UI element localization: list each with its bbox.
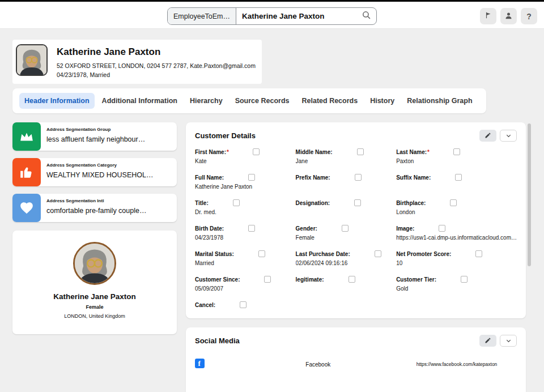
field-label: Suffix Name: <box>396 174 431 181</box>
global-search: EmployeeToEm… Katherine Jane Paxton <box>167 7 377 25</box>
field-value: https://usw1-cai.dmp-us.informaticacloud… <box>396 235 517 241</box>
legitimate-checkbox[interactable] <box>475 250 482 257</box>
field-label: Title: <box>195 200 209 206</box>
flag-button[interactable] <box>480 8 496 24</box>
edit-button[interactable] <box>479 335 496 347</box>
field-value: Jane <box>296 158 386 165</box>
required-asterisk: * <box>427 149 430 155</box>
help-button[interactable]: ? <box>521 8 537 24</box>
facebook-icon <box>195 359 205 368</box>
legitimate-checkbox[interactable] <box>240 301 246 308</box>
chevron-down-icon <box>505 131 512 141</box>
user-icon <box>504 11 513 22</box>
customer-details-card: Customer Details First Name:* Kate Middl… <box>186 122 526 318</box>
social-media-card: Social Media Facebook https://www.facebo… <box>186 327 526 392</box>
collapse-button[interactable] <box>500 130 517 142</box>
social-rows: Facebook https://www.facebook.com/katepa… <box>186 352 526 372</box>
tab-relationship-graph[interactable]: Relationship Graph <box>402 93 477 109</box>
tab-bar: Header InformationAdditional Information… <box>12 88 486 113</box>
legitimate-checkbox[interactable] <box>342 225 348 232</box>
field-label: Image: <box>396 225 414 232</box>
segment-value: comfortable pre-family couple… <box>46 207 173 215</box>
field-image: Image: https://usw1-cai.dmp-us.informati… <box>396 225 517 241</box>
user-button[interactable] <box>500 8 517 24</box>
field-value: Kate <box>195 158 286 165</box>
edit-button[interactable] <box>479 130 496 142</box>
legitimate-checkbox[interactable] <box>248 174 255 181</box>
tab-hierarchy[interactable]: Hierarchy <box>185 93 228 109</box>
field-value <box>296 209 386 216</box>
legitimate-checkbox[interactable] <box>248 225 255 232</box>
legitimate-checkbox[interactable] <box>375 250 381 257</box>
field-label: Net Promoter Score: <box>396 251 451 257</box>
field-label: Customer Since: <box>195 276 240 283</box>
help-icon: ? <box>526 12 532 21</box>
social-network-name: Facebook <box>305 361 406 368</box>
field-label: Birthplace: <box>396 200 426 206</box>
customer-info-line: 04/23/1978, Married <box>57 71 110 78</box>
tab-header-information[interactable]: Header Information <box>19 93 95 109</box>
field-designation: Designation: <box>296 199 386 216</box>
field-label: legitimate: <box>296 276 324 283</box>
field-value: Female <box>296 235 386 241</box>
legitimate-checkbox[interactable] <box>355 174 362 181</box>
field-value: 04/23/1978 <box>195 235 286 241</box>
tab-history[interactable]: History <box>365 93 400 109</box>
search-scope-label: EmployeeToEm… <box>173 12 230 20</box>
segment-title: Address Segmentation Group <box>46 127 173 132</box>
field-value: Katherine Jane Paxton <box>195 184 286 190</box>
search-button[interactable] <box>356 8 376 24</box>
legitimate-checkbox[interactable] <box>439 225 445 232</box>
pencil-icon <box>484 131 491 141</box>
flag-icon <box>484 11 492 21</box>
field-label: Prefix Name: <box>296 174 330 181</box>
search-input[interactable]: Katherine Jane Paxton <box>236 8 356 24</box>
legitimate-checkbox[interactable] <box>455 174 462 181</box>
field-net-promoter-score: Net Promoter Score: 10 <box>396 250 517 267</box>
topbar: EmployeeToEm… Katherine Jane Paxton ? <box>0 0 544 29</box>
legitimate-checkbox[interactable] <box>264 276 271 283</box>
field-value: 10 <box>396 260 517 267</box>
field-last-purchase-date: Last Purchase Date: 02/06/2024 09:16:16 <box>296 250 386 267</box>
customer-contact-line: 52 OXFORD STREET, LONDON, 0204 577 2787,… <box>57 62 256 69</box>
field-label: Last Name: <box>396 149 427 155</box>
vertical-scrollbar[interactable] <box>528 123 531 266</box>
customer-name: Katherine Jane Paxton <box>57 46 160 58</box>
collapse-button[interactable] <box>500 335 517 347</box>
tab-source-records[interactable]: Source Records <box>230 93 295 109</box>
field-full-name: Full Name: Katherine Jane Paxton <box>195 174 286 190</box>
field-label: Birth Date: <box>195 225 224 232</box>
search-scope-dropdown[interactable]: EmployeeToEm… <box>168 8 236 24</box>
customer-fields: First Name:* Kate Middle Name: Jane Last… <box>186 147 526 318</box>
field-middle-name: Middle Name: Jane <box>296 148 386 165</box>
field-value: Dr. med. <box>195 209 286 216</box>
legitimate-checkbox[interactable] <box>348 276 355 283</box>
segment-value: less affluent family neighbour… <box>46 135 173 143</box>
segment-card: Address Segmentation Intl comfortable pr… <box>12 194 177 222</box>
social-url[interactable]: https://www.facebook.com/katepaxton <box>416 361 517 367</box>
field-value: Married <box>195 260 286 267</box>
segment-value: WEALTHY MIXED HOUSEHOL… <box>46 171 173 179</box>
field-label: Full Name: <box>195 174 224 181</box>
field-birth-date: Birth Date: 04/23/1978 <box>195 225 286 241</box>
segment-title: Address Segmentation Intl <box>46 198 173 203</box>
tab-related-records[interactable]: Related Records <box>297 93 363 109</box>
crown-icon <box>12 122 41 151</box>
tab-additional-information[interactable]: Additional Information <box>97 93 182 109</box>
legitimate-checkbox[interactable] <box>461 276 468 283</box>
field-label: Gender: <box>296 225 317 232</box>
legitimate-checkbox[interactable] <box>453 148 460 155</box>
legitimate-checkbox[interactable] <box>357 148 364 155</box>
profile-card: Katherine Jane Paxton Female LONDON, Uni… <box>12 231 177 334</box>
profile-name: Katherine Jane Paxton <box>12 292 177 301</box>
field-birthplace: Birthplace: London <box>396 199 517 216</box>
segment-title: Address Segmentation Category <box>46 163 173 168</box>
legitimate-checkbox[interactable] <box>258 250 265 257</box>
profile-avatar <box>73 242 116 285</box>
field-value <box>296 286 386 292</box>
legitimate-checkbox[interactable] <box>253 148 260 155</box>
legitimate-checkbox[interactable] <box>354 199 361 206</box>
legitimate-checkbox[interactable] <box>233 199 240 206</box>
legitimate-checkbox[interactable] <box>450 199 457 206</box>
field-label: Middle Name: <box>296 149 333 155</box>
